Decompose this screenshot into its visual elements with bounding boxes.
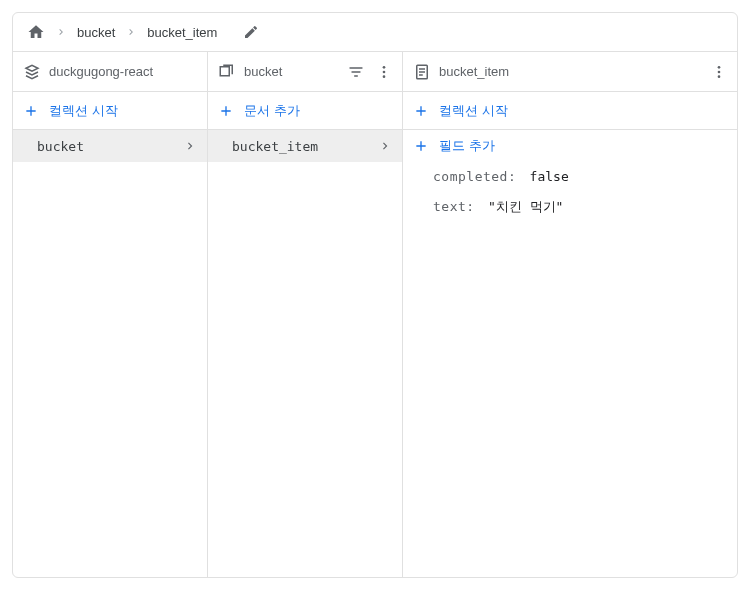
collection-item[interactable]: bucket [13, 130, 207, 162]
collection-icon [218, 63, 236, 81]
field-row[interactable]: text: "치킨 먹기" [403, 192, 737, 222]
document-column-header: bucket_item [403, 52, 737, 92]
breadcrumb: bucket bucket_item [13, 13, 737, 52]
svg-point-6 [718, 75, 721, 78]
field-key: text [433, 199, 466, 214]
document-item-label: bucket_item [232, 139, 378, 154]
collection-column-header: bucket [208, 52, 402, 92]
more-icon[interactable] [711, 64, 727, 80]
document-icon [413, 63, 431, 81]
start-collection-label: 컬렉션 시작 [49, 102, 118, 120]
svg-point-0 [383, 66, 386, 69]
breadcrumb-seg-collection[interactable]: bucket [77, 25, 115, 40]
svg-point-4 [718, 66, 721, 69]
chevron-right-icon [125, 26, 137, 38]
start-collection-button[interactable]: 컬렉션 시작 [13, 92, 207, 130]
add-document-button[interactable]: 문서 추가 [208, 92, 402, 130]
add-field-label: 필드 추가 [439, 137, 495, 155]
start-subcollection-label: 컬렉션 시작 [439, 102, 508, 120]
chevron-right-icon [378, 139, 392, 153]
field-row[interactable]: completed: false [403, 162, 737, 192]
home-icon[interactable] [27, 23, 45, 41]
document-item[interactable]: bucket_item [208, 130, 402, 162]
field-key: completed [433, 169, 508, 184]
project-name: duckgugong-react [49, 64, 197, 79]
svg-point-5 [718, 70, 721, 73]
field-value: "치킨 먹기" [488, 199, 563, 214]
plus-icon [413, 138, 429, 154]
breadcrumb-seg-document[interactable]: bucket_item [147, 25, 217, 40]
collection-item-label: bucket [37, 139, 183, 154]
plus-icon [23, 103, 39, 119]
edit-icon[interactable] [243, 24, 259, 40]
document-name: bucket_item [439, 64, 703, 79]
firestore-icon [23, 63, 41, 81]
add-field-button[interactable]: 필드 추가 [403, 130, 737, 162]
collection-name: bucket [244, 64, 340, 79]
database-explorer: bucket bucket_item duckgugong-react 컬렉션 … [12, 12, 738, 578]
filter-icon[interactable] [348, 64, 364, 80]
columns: duckgugong-react 컬렉션 시작 bucket [13, 52, 737, 577]
document-column: bucket_item 컬렉션 시작 필드 추가 completed: fal [403, 52, 737, 577]
start-subcollection-button[interactable]: 컬렉션 시작 [403, 92, 737, 130]
add-document-label: 문서 추가 [244, 102, 300, 120]
plus-icon [218, 103, 234, 119]
svg-point-2 [383, 75, 386, 78]
plus-icon [413, 103, 429, 119]
field-value: false [530, 169, 569, 184]
more-icon[interactable] [376, 64, 392, 80]
collection-column: bucket 문서 추가 bucket_item [208, 52, 403, 577]
project-column: duckgugong-react 컬렉션 시작 bucket [13, 52, 208, 577]
chevron-right-icon [55, 26, 67, 38]
chevron-right-icon [183, 139, 197, 153]
svg-point-1 [383, 70, 386, 73]
project-column-header: duckgugong-react [13, 52, 207, 92]
